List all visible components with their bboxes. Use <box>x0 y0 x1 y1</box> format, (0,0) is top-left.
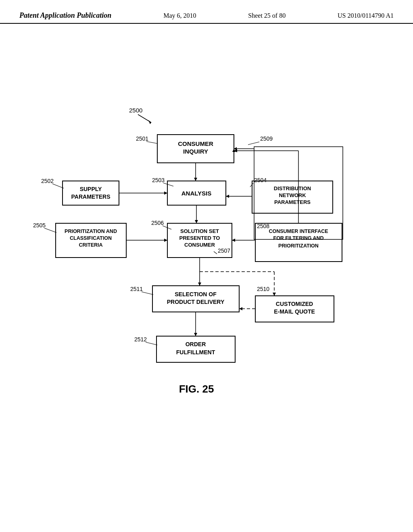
figure-caption: FIG. 25 <box>179 383 214 395</box>
svg-text:PRODUCT DELIVERY: PRODUCT DELIVERY <box>167 299 225 305</box>
sheet-number: Sheet 25 of 80 <box>248 12 286 19</box>
diagram-area: 2500 2501 CONSUMER INQUIRY 2509 2503 ANA… <box>0 28 413 491</box>
svg-text:CLASSIFICATION: CLASSIFICATION <box>70 235 112 241</box>
ref-2511: 2511 <box>130 286 143 292</box>
svg-text:CONSUMER INTERFACE: CONSUMER INTERFACE <box>269 229 328 234</box>
svg-marker-36 <box>232 239 235 242</box>
svg-text:PRIORITIZATION: PRIORITIZATION <box>278 243 319 249</box>
svg-text:DISTRIBUTION: DISTRIBUTION <box>274 185 311 191</box>
header: Patent Application Publication May 6, 20… <box>0 0 413 24</box>
svg-line-2 <box>146 141 157 143</box>
svg-marker-30 <box>164 239 167 242</box>
supply-parameters-box <box>63 181 119 205</box>
ref-2503: 2503 <box>152 177 165 183</box>
svg-marker-12 <box>164 191 167 195</box>
svg-text:FULFILLMENT: FULFILLMENT <box>176 349 215 355</box>
svg-marker-41 <box>273 293 276 296</box>
svg-text:CONSUMER: CONSUMER <box>184 242 215 248</box>
svg-text:CUSTOMIZED: CUSTOMIZED <box>276 301 313 307</box>
svg-line-34 <box>214 251 217 254</box>
ref-2509: 2509 <box>260 135 273 142</box>
svg-text:CRITERIA: CRITERIA <box>79 242 102 248</box>
svg-text:NETWORK: NETWORK <box>279 192 306 198</box>
svg-marker-48 <box>239 307 242 310</box>
ref-2508: 2508 <box>257 223 269 229</box>
supply-params-label1: SUPPLY <box>80 186 102 192</box>
svg-text:FOR FILTERING AND: FOR FILTERING AND <box>273 235 324 241</box>
svg-text:SELECTION OF: SELECTION OF <box>175 291 217 297</box>
ref-2505: 2505 <box>33 222 46 229</box>
svg-line-10 <box>52 184 64 188</box>
consumer-inquiry-label: CONSUMER <box>178 140 213 147</box>
supply-params-label2: PARAMETERS <box>71 193 111 200</box>
svg-text:PRESENTED TO: PRESENTED TO <box>179 235 220 241</box>
patent-number: US 2010/0114790 A1 <box>338 12 394 19</box>
svg-text:INQUIRY: INQUIRY <box>183 148 208 155</box>
svg-marker-20 <box>195 220 198 223</box>
ref-2506: 2506 <box>151 220 164 226</box>
svg-text:ORDER: ORDER <box>186 341 206 347</box>
ref-2507: 2507 <box>218 247 230 254</box>
svg-text:SOLUTION SET: SOLUTION SET <box>180 228 219 234</box>
ref-2512: 2512 <box>134 336 147 343</box>
ref-2500: 2500 <box>129 107 142 114</box>
svg-marker-38 <box>198 283 201 286</box>
svg-text:PRIORITIZATION AND: PRIORITIZATION AND <box>65 229 117 234</box>
ref-2504: 2504 <box>254 177 267 183</box>
ref-2501: 2501 <box>136 135 148 142</box>
svg-text:E-MAIL QUOTE: E-MAIL QUOTE <box>274 308 315 315</box>
publication-title: Patent Application Publication <box>19 11 111 20</box>
ref-2502: 2502 <box>41 178 54 184</box>
svg-line-9 <box>163 183 173 186</box>
ref-2510: 2510 <box>257 286 269 292</box>
svg-line-25 <box>44 228 56 233</box>
svg-marker-18 <box>226 195 229 198</box>
svg-line-51 <box>146 342 157 345</box>
publication-date: May 6, 2010 <box>163 12 196 19</box>
svg-line-42 <box>142 292 153 295</box>
svg-marker-50 <box>194 333 197 336</box>
svg-marker-8 <box>194 178 197 181</box>
svg-line-4 <box>248 142 259 145</box>
svg-text:PARAMETERS: PARAMETERS <box>274 199 311 205</box>
analysis-label: ANALYSIS <box>181 190 211 197</box>
